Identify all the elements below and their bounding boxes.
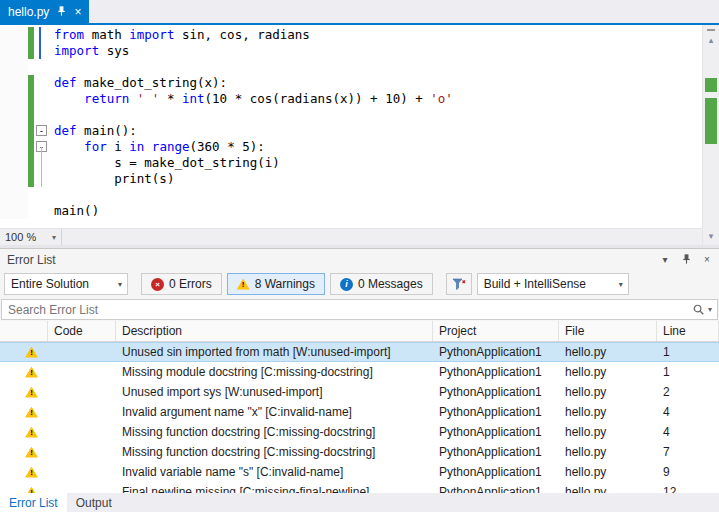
pin-icon[interactable]: [679, 253, 693, 267]
messages-filter-button[interactable]: i 0 Messages: [330, 273, 433, 295]
column-header-icon[interactable]: [0, 321, 48, 341]
code-line[interactable]: [0, 187, 702, 203]
line-cell: 12: [657, 482, 719, 493]
column-header-code[interactable]: Code: [48, 321, 116, 341]
bottom-tab-error-list[interactable]: Error List: [0, 493, 67, 512]
code-line[interactable]: main(): [0, 203, 702, 219]
code-text: from math import sin, cos, radians: [50, 27, 310, 43]
hscroll-track[interactable]: [62, 229, 702, 245]
vertical-scrollbar[interactable]: ▴ ▾: [702, 25, 719, 245]
code-lines: from math import sin, cos, radiansimport…: [0, 27, 702, 219]
project-cell: PythonApplication1: [433, 462, 559, 482]
error-row[interactable]: !Unused import sys [W:unused-import]Pyth…: [0, 382, 719, 402]
code-token: [129, 91, 137, 106]
breakpoint-margin[interactable]: [0, 123, 28, 139]
chevron-down-icon: ▾: [619, 280, 623, 289]
scroll-up-arrow-icon[interactable]: ▴: [703, 34, 719, 48]
error-row[interactable]: !Missing module docstring [C:missing-doc…: [0, 362, 719, 382]
column-header-project[interactable]: Project: [433, 321, 559, 341]
breakpoint-margin[interactable]: [0, 107, 28, 123]
breakpoint-margin[interactable]: [0, 187, 28, 203]
outline-margin: [34, 59, 50, 75]
error-row[interactable]: !Invalid argument name "x" [C:invalid-na…: [0, 402, 719, 422]
change-mark: [705, 98, 717, 144]
bottom-tab-output[interactable]: Output: [67, 493, 121, 512]
column-header-description[interactable]: Description: [116, 321, 433, 341]
error-row[interactable]: !Invalid variable name "s" [C:invalid-na…: [0, 462, 719, 482]
breakpoint-margin[interactable]: [0, 139, 28, 155]
code-text: def make_dot_string(x):: [50, 75, 227, 91]
panel-title-bar[interactable]: Error List ▾ ×: [0, 249, 719, 270]
zoom-control[interactable]: 100 % ▾: [0, 229, 62, 246]
code-line[interactable]: s = make_dot_string(i): [0, 155, 702, 171]
code-line[interactable]: def make_dot_string(x):: [0, 75, 702, 91]
code-token: make_dot_string(x):: [77, 75, 228, 90]
column-header-file[interactable]: File: [559, 321, 657, 341]
scroll-down-arrow-icon[interactable]: ▾: [703, 230, 719, 244]
outline-margin: [34, 171, 50, 187]
code-line[interactable]: from math import sin, cos, radians: [0, 27, 702, 43]
error-row[interactable]: !Final newline missing [C:missing-final-…: [0, 482, 719, 493]
editor-area: hello.py × from math import sin, cos, ra…: [0, 0, 719, 245]
code-text: main(): [50, 203, 99, 219]
tab-title: hello.py: [8, 5, 49, 19]
scrollbar-track[interactable]: [703, 48, 719, 228]
code-line[interactable]: return ' ' * int(10 * cos(radians(x)) + …: [0, 91, 702, 107]
search-controls[interactable]: ▾: [692, 303, 712, 316]
breakpoint-margin[interactable]: [0, 43, 28, 59]
scrollbar-splitter-grip[interactable]: [703, 25, 719, 34]
window-position-icon[interactable]: ▾: [658, 253, 672, 267]
breakpoint-margin[interactable]: [0, 59, 28, 75]
outline-margin: [34, 187, 50, 203]
column-header-line[interactable]: Line: [657, 321, 719, 341]
filter-icon-button[interactable]: [446, 273, 472, 295]
error-row[interactable]: !Missing function docstring [C:missing-d…: [0, 422, 719, 442]
code-line[interactable]: print(s): [0, 171, 702, 187]
error-row[interactable]: !Missing function docstring [C:missing-d…: [0, 442, 719, 462]
code-cell: [48, 482, 116, 493]
warning-icon: !: [25, 367, 38, 378]
code-line[interactable]: import sys: [0, 43, 702, 59]
build-intellisense-value: Build + IntelliSense: [484, 277, 586, 291]
pin-icon[interactable]: [56, 6, 67, 17]
close-icon[interactable]: ×: [700, 253, 714, 267]
fold-guide-line: [41, 147, 42, 187]
code-token: int: [182, 91, 205, 106]
code-token: sys: [99, 43, 129, 58]
column-headers: CodeDescriptionProjectFileLine: [0, 321, 719, 342]
error-row[interactable]: !Unused sin imported from math [W:unused…: [0, 342, 719, 362]
scope-dropdown-value: Entire Solution: [11, 277, 89, 291]
breakpoint-margin[interactable]: [0, 27, 28, 43]
search-input[interactable]: [1, 299, 718, 320]
tab-hello-py[interactable]: hello.py ×: [0, 0, 89, 23]
code-line[interactable]: - for i in range(360 * 5):: [0, 139, 702, 155]
close-icon[interactable]: ×: [74, 6, 81, 18]
code-cell: [48, 462, 116, 482]
project-cell: PythonApplication1: [433, 422, 559, 442]
scope-dropdown[interactable]: Entire Solution ▾: [4, 273, 128, 295]
code-token: (10 * cos(radians(x)) + 10) +: [205, 91, 431, 106]
error-icon: ×: [151, 278, 164, 291]
code-token: import: [129, 27, 174, 42]
code-line[interactable]: [0, 107, 702, 123]
breakpoint-margin[interactable]: [0, 75, 28, 91]
file-cell: hello.py: [559, 482, 657, 493]
horizontal-scrollbar[interactable]: 100 % ▾: [0, 228, 702, 245]
file-cell: hello.py: [559, 422, 657, 442]
description-cell: Invalid argument name "x" [C:invalid-nam…: [116, 402, 433, 422]
errors-filter-button[interactable]: × 0 Errors: [141, 273, 222, 295]
warnings-filter-button[interactable]: ! 8 Warnings: [227, 273, 325, 295]
code-line[interactable]: [0, 59, 702, 75]
code-token: *: [159, 91, 182, 106]
breakpoint-margin[interactable]: [0, 203, 28, 219]
code-editor[interactable]: from math import sin, cos, radiansimport…: [0, 25, 702, 228]
file-cell: hello.py: [559, 402, 657, 422]
breakpoint-margin[interactable]: [0, 91, 28, 107]
line-cell: 2: [657, 382, 719, 402]
breakpoint-margin[interactable]: [0, 155, 28, 171]
fold-toggle-icon[interactable]: -: [36, 125, 47, 136]
build-intellisense-dropdown[interactable]: Build + IntelliSense ▾: [477, 273, 629, 295]
breakpoint-margin[interactable]: [0, 171, 28, 187]
code-line[interactable]: -def main():: [0, 123, 702, 139]
warning-bang: !: [25, 428, 38, 438]
